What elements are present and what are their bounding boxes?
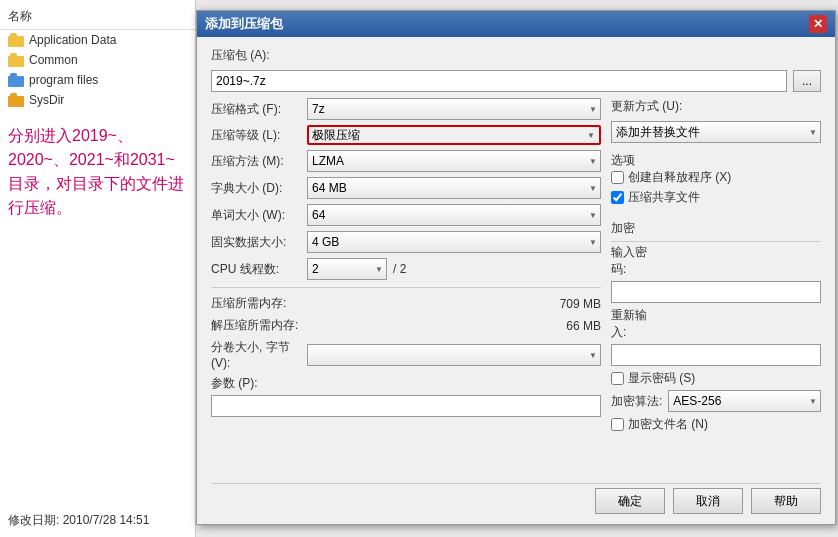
compress-mem-label: 压缩所需内存: (211, 295, 286, 312)
file-label-sysdir: SysDir (29, 93, 64, 107)
encrypt-filenames-row: 加密文件名 (N) (611, 416, 821, 433)
encrypt-divider (611, 241, 821, 242)
pw-input-row (611, 281, 821, 303)
cpu-select[interactable]: 2 (307, 258, 387, 280)
algo-select[interactable]: AES-256 (668, 390, 821, 412)
solid-label: 固实数据大小: (211, 234, 301, 251)
method-select-wrapper: LZMA (307, 150, 601, 172)
dialog-footer: 确定 取消 帮助 (211, 483, 821, 514)
word-label: 单词大小 (W): (211, 207, 301, 224)
folder-icon-common (8, 53, 24, 67)
shared-checkbox[interactable] (611, 191, 624, 204)
folder-icon-programfiles (8, 73, 24, 87)
cancel-button[interactable]: 取消 (673, 488, 743, 514)
compress-mem-value: 709 MB (560, 297, 601, 311)
file-item-programfiles[interactable]: program files (0, 70, 195, 90)
split-select-wrapper (307, 344, 601, 366)
format-select[interactable]: 7z (307, 98, 601, 120)
column-header: 名称 (0, 4, 195, 30)
file-item-sysdir[interactable]: SysDir (0, 90, 195, 110)
dict-row: 字典大小 (D): 64 MB (211, 177, 601, 199)
word-select-wrapper: 64 (307, 204, 601, 226)
solid-row: 固实数据大小: 4 GB (211, 231, 601, 253)
pw-row: 输入密码: (611, 244, 821, 278)
browse-button[interactable]: ... (793, 70, 821, 92)
show-pw-label: 显示密码 (S) (628, 370, 695, 387)
method-label: 压缩方法 (M): (211, 153, 301, 170)
dict-select-wrapper: 64 MB (307, 177, 601, 199)
word-row: 单词大小 (W): 64 (211, 204, 601, 226)
archive-name-input[interactable] (211, 70, 787, 92)
encrypt-filenames-checkbox[interactable] (611, 418, 624, 431)
split-row: 分卷大小, 字节 (V): (211, 339, 601, 370)
file-label-programfiles: program files (29, 73, 98, 87)
word-select[interactable]: 64 (307, 204, 601, 226)
solid-select-wrapper: 4 GB (307, 231, 601, 253)
dialog-title: 添加到压缩包 (205, 15, 283, 33)
file-item-common[interactable]: Common (0, 50, 195, 70)
format-row: 压缩格式 (F): 7z (211, 98, 601, 120)
cpu-total: / 2 (393, 262, 406, 276)
archive-name-section: 压缩包 (A): (211, 47, 821, 64)
dialog-body: 压缩包 (A): ... 压缩格式 (F): 7z (197, 37, 835, 524)
file-label-common: Common (29, 53, 78, 67)
file-item-appdata[interactable]: Application Data (0, 30, 195, 50)
dialog-titlebar: 添加到压缩包 ✕ (197, 11, 835, 37)
solid-select[interactable]: 4 GB (307, 231, 601, 253)
file-explorer-panel: 名称 Application Data Common program files… (0, 0, 196, 537)
algo-label: 加密算法: (611, 393, 662, 410)
decompress-mem-label: 解压缩所需内存: (211, 317, 298, 334)
encrypt-section: 加密 输入密码: 重新输入: (611, 220, 821, 433)
shared-checkbox-row: 压缩共享文件 (611, 189, 821, 206)
dict-select[interactable]: 64 MB (307, 177, 601, 199)
update-section: 更新方式 (U): 添加并替换文件 (611, 98, 821, 143)
decompress-mem-row: 解压缩所需内存: 66 MB (211, 317, 601, 334)
close-button[interactable]: ✕ (809, 15, 827, 33)
rpw-row: 重新输入: (611, 307, 821, 341)
ok-button[interactable]: 确定 (595, 488, 665, 514)
options-title: 选项 (611, 153, 635, 167)
rpw-input-row (611, 344, 821, 366)
archive-label: 压缩包 (A): (211, 47, 270, 64)
rpw-label: 重新输入: (611, 307, 651, 341)
algo-row: 加密算法: AES-256 (611, 390, 821, 412)
params-label: 参数 (P): (211, 375, 601, 392)
level-highlight-box: 极限压缩 (307, 125, 601, 145)
mod-date: 修改日期: 2010/7/28 14:51 (8, 512, 149, 529)
cpu-label: CPU 线程数: (211, 261, 301, 278)
params-section: 参数 (P): (211, 375, 601, 417)
add-to-archive-dialog: 添加到压缩包 ✕ 压缩包 (A): ... 压缩格式 (F): 7z (196, 10, 836, 525)
cpu-select-wrapper: 2 (307, 258, 387, 280)
folder-icon-sysdir (8, 93, 24, 107)
divider1 (211, 287, 601, 288)
password-input[interactable] (611, 281, 821, 303)
right-column: 更新方式 (U): 添加并替换文件 选项 创建自释放程序 (X) (611, 98, 821, 477)
compression-level-row: 压缩等级 (L): 极限压缩 (211, 125, 601, 145)
params-input[interactable] (211, 395, 601, 417)
repeat-password-input[interactable] (611, 344, 821, 366)
archive-name-input-row: ... (211, 70, 821, 92)
method-select[interactable]: LZMA (307, 150, 601, 172)
level-select[interactable]: 极限压缩 (312, 128, 596, 142)
split-select[interactable] (307, 344, 601, 366)
show-pw-row: 显示密码 (S) (611, 370, 821, 387)
left-column: 压缩格式 (F): 7z 压缩等级 (L): 极限压缩 (211, 98, 601, 477)
encrypt-filenames-label: 加密文件名 (N) (628, 416, 708, 433)
update-method-select[interactable]: 添加并替换文件 (611, 121, 821, 143)
format-label: 压缩格式 (F): (211, 101, 301, 118)
sfx-checkbox[interactable] (611, 171, 624, 184)
shared-label: 压缩共享文件 (628, 189, 700, 206)
file-label-appdata: Application Data (29, 33, 116, 47)
sfx-label: 创建自释放程序 (X) (628, 169, 731, 186)
show-pw-checkbox[interactable] (611, 372, 624, 385)
compress-mem-row: 压缩所需内存: 709 MB (211, 295, 601, 312)
dict-label: 字典大小 (D): (211, 180, 301, 197)
folder-icon-appdata (8, 33, 24, 47)
encrypt-title: 加密 (611, 220, 821, 237)
algo-select-wrapper: AES-256 (668, 390, 821, 412)
method-row: 压缩方法 (M): LZMA (211, 150, 601, 172)
help-button[interactable]: 帮助 (751, 488, 821, 514)
main-content-area: 压缩格式 (F): 7z 压缩等级 (L): 极限压缩 (211, 98, 821, 477)
split-label: 分卷大小, 字节 (V): (211, 339, 301, 370)
decompress-mem-value: 66 MB (566, 319, 601, 333)
